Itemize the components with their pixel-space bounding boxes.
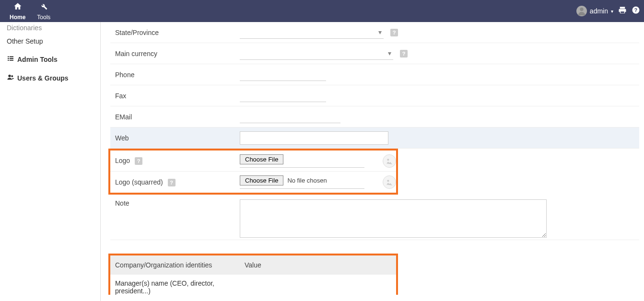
logo-highlight-frame: Logo ? Choose File	[108, 149, 398, 195]
svg-point-11	[387, 159, 389, 161]
identities-row-managers: Manager(s) name (CEO, director, presiden…	[110, 275, 396, 295]
chevron-down-icon: ▾	[611, 9, 613, 14]
username-label: admin	[590, 7, 608, 15]
row-note: Note	[110, 195, 639, 240]
sidebar-item-users-groups[interactable]: Users & Groups	[6, 67, 94, 85]
print-icon[interactable]	[618, 6, 627, 17]
web-input[interactable]	[240, 131, 388, 145]
phone-label: Phone	[110, 71, 240, 79]
navbar-right: admin ▾ ?	[576, 6, 640, 17]
help-icon[interactable]: ?	[168, 179, 176, 186]
logo-squared-label-text: Logo (squarred)	[115, 178, 163, 186]
sidebar-item-admin-tools[interactable]: Admin Tools	[6, 48, 94, 67]
logo-squared-file-status: No file chosen	[287, 177, 327, 184]
avatar-icon	[576, 6, 587, 16]
sidebar-users-groups-label: Users & Groups	[17, 74, 69, 82]
help-icon[interactable]: ?	[390, 29, 398, 36]
logo-label: Logo ?	[110, 157, 240, 165]
web-label: Web	[110, 134, 240, 142]
help-icon[interactable]: ?	[632, 6, 640, 17]
fax-label: Fax	[110, 92, 240, 100]
logo-squared-preview-icon	[383, 175, 396, 189]
identities-col2-header: Value	[245, 261, 261, 269]
logo-preview-icon	[383, 154, 396, 168]
row-logo-squared: Logo (squarred) ? Choose File No file ch…	[110, 172, 396, 193]
nav-tools-label: Tools	[37, 14, 50, 21]
row-state-province: State/Province ▾ ?	[110, 22, 639, 43]
spacer	[110, 240, 639, 254]
logo-squared-label: Logo (squarred) ?	[110, 178, 240, 186]
main-currency-label: Main currency	[110, 50, 240, 58]
logo-label-text: Logo	[115, 157, 130, 164]
navbar-left: Home Tools	[4, 0, 56, 22]
email-input[interactable]	[240, 111, 340, 123]
row-logo: Logo ? Choose File	[110, 150, 396, 172]
chevron-down-icon: ▾	[388, 49, 391, 57]
help-icon[interactable]: ?	[135, 157, 142, 165]
main-currency-select[interactable]: ▾	[240, 47, 393, 60]
row-web: Web	[110, 127, 639, 149]
svg-point-9	[8, 75, 11, 77]
nav-home-label: Home	[10, 14, 25, 21]
wrench-icon	[39, 2, 48, 13]
svg-point-10	[11, 75, 13, 77]
sidebar-item-dictionaries[interactable]: Dictionaries	[6, 21, 94, 35]
row-main-currency: Main currency ▾ ?	[110, 43, 639, 64]
svg-point-0	[580, 8, 583, 11]
identities-col1-header: Company/Organization identities	[115, 261, 245, 269]
fax-input[interactable]	[240, 90, 326, 102]
user-menu[interactable]: admin ▾	[576, 6, 613, 16]
svg-rect-7	[8, 60, 9, 61]
svg-rect-3	[8, 56, 9, 57]
users-icon	[7, 73, 14, 82]
svg-rect-6	[10, 58, 13, 59]
row-fax: Fax	[110, 85, 639, 106]
row-email: EMail	[110, 106, 639, 127]
sidebar-admin-tools-label: Admin Tools	[17, 56, 58, 63]
note-label: Note	[110, 199, 240, 207]
phone-input[interactable]	[240, 69, 326, 81]
nav-tools[interactable]: Tools	[31, 0, 56, 22]
svg-rect-8	[10, 60, 13, 61]
state-province-select[interactable]: ▾	[240, 26, 384, 39]
sidebar: Dictionaries Other Setup Admin Tools Use…	[0, 22, 101, 301]
identities-highlight-frame: Company/Organization identities Value Ma…	[108, 254, 398, 295]
help-icon[interactable]: ?	[400, 50, 408, 58]
note-textarea[interactable]	[240, 199, 547, 238]
logo-squared-choose-file-button[interactable]: Choose File	[240, 175, 283, 185]
state-province-label: State/Province	[110, 29, 240, 36]
identities-header: Company/Organization identities Value	[110, 255, 396, 275]
svg-rect-5	[8, 58, 9, 59]
sidebar-item-other-setup[interactable]: Other Setup	[6, 35, 94, 48]
identities-managers-label: Manager(s) name (CEO, director, presiden…	[115, 279, 245, 295]
svg-text:?: ?	[634, 7, 637, 12]
main-content: State/Province ▾ ? Main currency ▾ ? Pho…	[101, 22, 644, 301]
list-icon	[7, 55, 14, 64]
top-navbar: Home Tools admin ▾ ?	[0, 0, 644, 22]
svg-point-12	[387, 180, 389, 182]
email-label: EMail	[110, 113, 240, 121]
chevron-down-icon: ▾	[378, 28, 382, 36]
nav-home[interactable]: Home	[4, 0, 31, 22]
logo-choose-file-button[interactable]: Choose File	[240, 154, 283, 164]
main-layout: Dictionaries Other Setup Admin Tools Use…	[0, 22, 644, 301]
row-phone: Phone	[110, 64, 639, 85]
svg-rect-4	[10, 56, 13, 57]
home-icon	[13, 2, 22, 13]
